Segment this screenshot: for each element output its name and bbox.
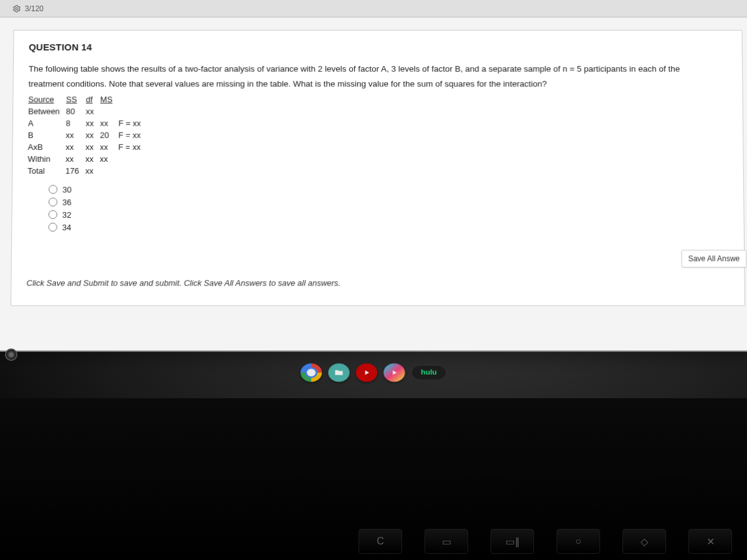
question-prompt-2: treatment conditions. Note that several … xyxy=(29,78,728,90)
tab-gear-icon xyxy=(12,4,21,12)
laptop-body: C ▭ ▭∥ ○ ◇ ✕ xyxy=(0,398,747,560)
option-36[interactable]: 36 xyxy=(49,196,728,208)
key: ✕ xyxy=(688,529,732,554)
key: ◇ xyxy=(622,529,666,554)
files-icon[interactable] xyxy=(329,363,350,381)
option-label: 36 xyxy=(62,197,72,207)
laptop-screen: 3/120 QUESTION 14 The following table sh… xyxy=(0,0,747,352)
table-row: Within xx xx xx xyxy=(27,153,147,165)
browser-tab-strip: 3/120 xyxy=(0,0,747,17)
browser-tab[interactable]: 3/120 xyxy=(12,4,44,12)
key: ▭∥ xyxy=(491,529,534,554)
anova-table: Source SS df MS Between 80 xx A 8 xx xx … xyxy=(27,94,147,177)
answer-options: 30 36 32 34 xyxy=(49,184,729,234)
radio-30[interactable] xyxy=(49,185,57,194)
table-row: A 8 xx xx F = xx xyxy=(28,118,147,129)
key: ▭ xyxy=(425,529,468,554)
key: ○ xyxy=(557,529,600,554)
table-row: Total 176 xx xyxy=(27,166,147,177)
header-ms: MS xyxy=(100,94,119,106)
radio-36[interactable] xyxy=(49,198,57,207)
webcam-icon xyxy=(5,348,17,361)
hulu-icon[interactable]: hulu xyxy=(411,365,446,380)
header-source: Source xyxy=(28,94,66,106)
option-34[interactable]: 34 xyxy=(49,221,729,233)
question-title: QUESTION 14 xyxy=(29,42,727,52)
save-all-answers-button[interactable]: Save All Answe xyxy=(681,250,746,268)
play-store-icon[interactable] xyxy=(383,363,405,381)
option-label: 34 xyxy=(62,223,72,232)
radio-34[interactable] xyxy=(49,223,57,231)
tab-label: 3/120 xyxy=(25,4,44,12)
chrome-icon[interactable] xyxy=(301,363,322,381)
table-row: B xx xx 20 F = xx xyxy=(28,129,147,141)
chromeos-shelf: hulu xyxy=(0,353,747,391)
option-30[interactable]: 30 xyxy=(49,184,728,196)
keyboard-row: C ▭ ▭∥ ○ ◇ ✕ xyxy=(299,529,732,554)
anova-header-row: Source SS df MS xyxy=(28,94,147,106)
question-prompt-1: The following table shows the results of… xyxy=(29,63,727,75)
footer-instruction: Click Save and Submit to save and submit… xyxy=(27,278,341,287)
option-label: 30 xyxy=(62,185,72,194)
youtube-icon[interactable] xyxy=(356,363,377,381)
radio-32[interactable] xyxy=(49,210,57,219)
table-row: Between 80 xx xyxy=(28,106,147,118)
question-card: QUESTION 14 The following table shows th… xyxy=(11,30,745,306)
option-label: 32 xyxy=(62,210,72,220)
option-32[interactable]: 32 xyxy=(49,208,729,221)
header-f xyxy=(119,94,148,106)
header-ss: SS xyxy=(66,94,86,106)
key: C xyxy=(359,529,402,554)
svg-point-0 xyxy=(16,7,18,9)
table-row: AxB xx xx xx F = xx xyxy=(28,141,148,153)
header-df: df xyxy=(86,94,100,106)
